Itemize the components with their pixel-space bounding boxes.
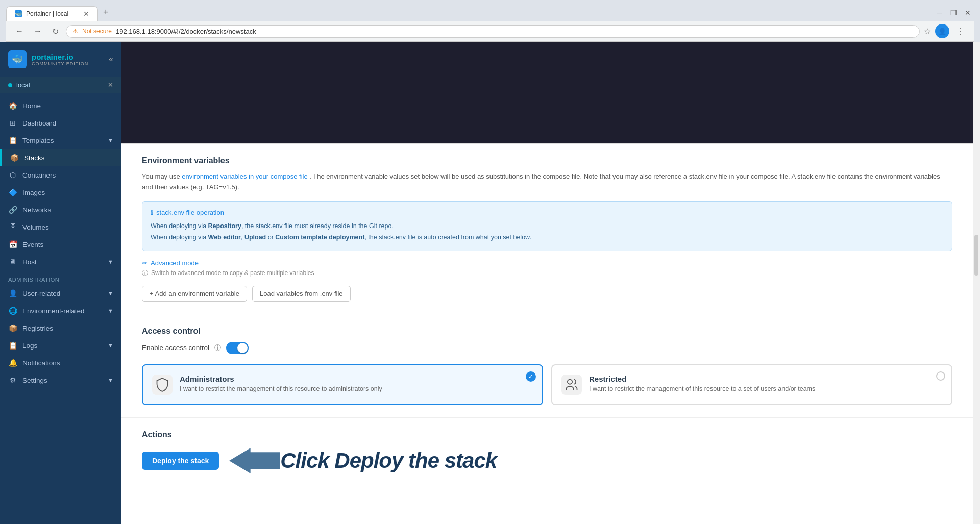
images-icon: 🔷 xyxy=(8,188,17,196)
sidebar-item-host[interactable]: 🖥 Host ▼ xyxy=(0,253,121,270)
volumes-icon: 🗄 xyxy=(8,223,17,231)
restricted-radio-icon xyxy=(936,371,945,381)
sidebar-item-settings[interactable]: ⚙ Settings ▼ xyxy=(0,371,121,389)
web-editor-bold: Web editor xyxy=(208,234,241,241)
sidebar-item-dashboard[interactable]: ⊞ Dashboard xyxy=(0,114,121,132)
menu-button[interactable]: ⋮ xyxy=(953,26,968,37)
sidebar-item-label: Networks xyxy=(22,206,51,214)
tab-close-icon[interactable]: ✕ xyxy=(83,10,89,18)
sidebar-nav: 🏠 Home ⊞ Dashboard 📋 Templates ▼ 📦 Stack… xyxy=(0,93,121,524)
templates-icon: 📋 xyxy=(8,136,17,144)
sidebar-item-notifications[interactable]: 🔔 Notifications xyxy=(0,354,121,371)
address-bar[interactable]: ⚠ Not secure 192.168.1.18:9000/#!/2/dock… xyxy=(66,25,920,38)
sidebar-item-env-related[interactable]: 🌐 Environment-related ▼ xyxy=(0,302,121,319)
code-editor-area[interactable] xyxy=(121,42,973,144)
main-content: Environment variables You may use enviro… xyxy=(121,42,973,524)
sidebar-item-networks[interactable]: 🔗 Networks xyxy=(0,201,121,218)
host-chevron-icon: ▼ xyxy=(108,259,113,265)
sidebar-item-label: Stacks xyxy=(24,154,45,162)
admin-section-label: Administration xyxy=(0,270,121,285)
svg-marker-2 xyxy=(229,448,280,473)
environment-header: local ✕ xyxy=(0,77,121,93)
env-related-icon: 🌐 xyxy=(8,307,17,315)
sidebar-item-registries[interactable]: 📦 Registries xyxy=(0,319,121,337)
restricted-card-content: Restricted I want to restrict the manage… xyxy=(589,375,815,392)
restricted-title: Restricted xyxy=(589,375,815,383)
info-circle-icon: ℹ xyxy=(151,209,153,216)
sidebar-item-label: Images xyxy=(22,189,45,196)
annotation-text: Click Deploy the stack xyxy=(280,448,497,473)
administrators-title: Administrators xyxy=(180,375,382,383)
restore-button[interactable]: ❐ xyxy=(947,7,960,19)
stacks-icon: 📦 xyxy=(10,154,19,162)
restricted-card[interactable]: Restricted I want to restrict the manage… xyxy=(551,364,952,405)
sidebar-item-user-related[interactable]: 👤 User-related ▼ xyxy=(0,285,121,302)
logo-text: portainer.io COMMUNITY EDITION xyxy=(32,53,88,66)
forward-button[interactable]: → xyxy=(31,26,45,37)
reload-button[interactable]: ↻ xyxy=(49,26,62,37)
sidebar-item-images[interactable]: 🔷 Images xyxy=(0,184,121,201)
bookmark-button[interactable]: ☆ xyxy=(924,27,931,36)
deploy-stack-button[interactable]: Deploy the stack xyxy=(142,452,219,470)
sidebar-item-label: Notifications xyxy=(22,359,60,367)
upload-bold: Upload xyxy=(244,234,266,241)
env-variables-description: You may use environment variables in you… xyxy=(142,171,952,193)
sidebar-item-label: Settings xyxy=(22,377,47,384)
sidebar-item-stacks[interactable]: 📦 Stacks xyxy=(0,149,121,166)
containers-icon: ⬡ xyxy=(8,171,17,179)
sidebar-item-volumes[interactable]: 🗄 Volumes xyxy=(0,218,121,236)
notifications-icon: 🔔 xyxy=(8,359,17,367)
info-box-title: ℹ stack.env file operation xyxy=(151,209,944,216)
env-variables-link[interactable]: environment variables in your compose fi… xyxy=(182,172,307,180)
close-button[interactable]: ✕ xyxy=(962,7,974,19)
dashboard-icon: ⊞ xyxy=(8,119,17,127)
browser-tab[interactable]: 🐳 Portainer | local ✕ xyxy=(6,6,98,21)
back-button[interactable]: ← xyxy=(12,26,27,37)
sidebar-item-containers[interactable]: ⬡ Containers xyxy=(0,166,121,184)
sidebar-item-label: Logs xyxy=(22,342,37,350)
info-small-icon: ⓘ xyxy=(142,269,148,278)
env-status-dot xyxy=(8,83,12,87)
sidebar: 🐳 portainer.io COMMUNITY EDITION « local… xyxy=(0,42,121,524)
env-actions-group: + Add an environment variable Load varia… xyxy=(142,286,952,302)
load-env-file-button[interactable]: Load variables from .env file xyxy=(252,286,351,302)
sidebar-item-home[interactable]: 🏠 Home xyxy=(0,97,121,114)
repo-bold: Repository xyxy=(208,222,241,230)
access-control-section: Access control Enable access control ⓘ xyxy=(121,314,973,418)
sidebar-item-label: User-related xyxy=(22,290,60,297)
profile-avatar[interactable]: 👤 xyxy=(935,24,949,38)
sidebar-item-templates[interactable]: 📋 Templates ▼ xyxy=(0,132,121,149)
deploy-annotation: Click Deploy the stack xyxy=(229,445,497,476)
main-scrollbar[interactable] xyxy=(973,42,980,524)
env-close-icon[interactable]: ✕ xyxy=(108,81,113,89)
restricted-icon xyxy=(561,375,582,395)
logo-icon: 🐳 xyxy=(8,50,27,68)
administrators-card[interactable]: Administrators I want to restrict the ma… xyxy=(142,364,543,405)
settings-chevron-icon: ▼ xyxy=(108,377,113,383)
settings-icon: ⚙ xyxy=(8,376,17,384)
sidebar-item-label: Events xyxy=(22,241,43,248)
logo-edition: COMMUNITY EDITION xyxy=(32,61,88,66)
add-env-variable-button[interactable]: + Add an environment variable xyxy=(142,286,247,302)
chevron-down-icon: ▼ xyxy=(108,137,113,143)
custom-template-bold: Custom template deployment xyxy=(275,234,364,241)
browser-toolbar: ← → ↻ ⚠ Not secure 192.168.1.18:9000/#!/… xyxy=(6,21,974,42)
sidebar-item-label: Templates xyxy=(22,137,54,144)
info-title-text: stack.env file operation xyxy=(156,209,224,216)
sidebar-item-logs[interactable]: 📋 Logs ▼ xyxy=(0,337,121,354)
sidebar-collapse-button[interactable]: « xyxy=(109,55,113,64)
new-tab-button[interactable]: + xyxy=(98,4,114,21)
user-chevron-icon: ▼ xyxy=(108,290,113,296)
sidebar-item-events[interactable]: 📅 Events xyxy=(0,236,121,253)
address-text: 192.168.1.18:9000/#!/2/docker/stacks/new… xyxy=(116,28,256,35)
scrollbar-thumb[interactable] xyxy=(974,235,978,276)
minimize-button[interactable]: ─ xyxy=(933,7,945,19)
networks-icon: 🔗 xyxy=(8,206,17,214)
edit-icon: ✏ xyxy=(142,259,148,267)
env-name: local xyxy=(16,81,30,89)
sidebar-item-label: Home xyxy=(22,102,41,110)
administrators-desc: I want to restrict the management of thi… xyxy=(180,385,382,392)
actions-section: Actions Deploy the stack Click Deploy th… xyxy=(121,418,973,496)
access-control-toggle[interactable] xyxy=(226,342,249,354)
advanced-mode-link[interactable]: ✏ Advanced mode xyxy=(142,259,952,267)
